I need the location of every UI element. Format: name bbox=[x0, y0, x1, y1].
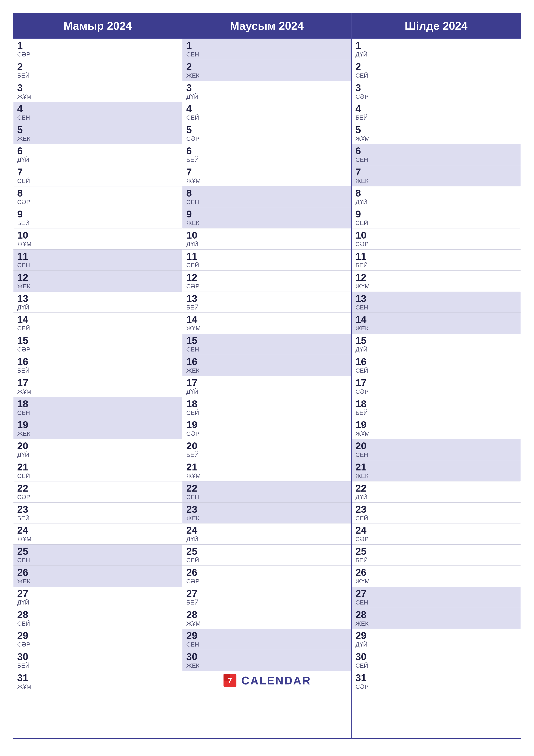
day-info-1-15: 16ЖЕК bbox=[186, 357, 206, 374]
day-row-2-8: 9СЕЙ bbox=[352, 207, 521, 229]
day-row-0-28: 29СӘР bbox=[13, 629, 182, 650]
day-row-1-17: 18СЕЙ bbox=[182, 397, 351, 418]
day-number-1-13: 14 bbox=[186, 314, 206, 324]
day-name-2-11: ЖҰМ bbox=[355, 283, 375, 290]
day-name-0-22: БЕЙ bbox=[17, 515, 37, 522]
day-row-0-29: 30БЕЙ bbox=[13, 650, 182, 671]
day-number-0-27: 28 bbox=[17, 610, 37, 620]
day-row-0-12: 13ДҮЙ bbox=[13, 292, 182, 313]
day-number-1-29: 30 bbox=[186, 652, 206, 662]
day-info-1-8: 9ЖЕК bbox=[186, 209, 206, 227]
days-container-2: 1ДҮЙ2СЕЙ3СӘР4БЕЙ5ЖҰМ6СЕН7ЖЕК8ДҮЙ9СЕЙ10СӘ… bbox=[352, 39, 521, 738]
day-name-0-10: СЕН bbox=[17, 262, 37, 269]
day-info-1-20: 21ЖҰМ bbox=[186, 462, 206, 479]
day-info-0-24: 25СЕН bbox=[17, 546, 37, 564]
day-name-1-5: БЕЙ bbox=[186, 157, 206, 163]
day-row-2-4: 5ЖҰМ bbox=[352, 123, 521, 144]
day-number-2-0: 1 bbox=[355, 40, 375, 50]
day-row-2-2: 3СӘР bbox=[352, 81, 521, 102]
day-number-0-7: 8 bbox=[17, 188, 37, 198]
day-info-2-1: 2СЕЙ bbox=[355, 62, 375, 79]
day-name-1-2: ДҮЙ bbox=[186, 94, 206, 100]
day-row-0-21: 22СӘР bbox=[13, 481, 182, 502]
day-name-1-11: СӘР bbox=[186, 283, 206, 290]
day-info-0-2: 3ЖҰМ bbox=[17, 83, 37, 100]
day-number-1-0: 1 bbox=[186, 40, 206, 50]
day-name-1-18: СӘР bbox=[186, 431, 206, 437]
day-row-1-30: 7CALENDAR bbox=[182, 671, 351, 690]
day-row-2-16: 17СӘР bbox=[352, 376, 521, 397]
day-number-2-21: 22 bbox=[355, 483, 375, 493]
day-row-1-2: 3ДҮЙ bbox=[182, 81, 351, 102]
month-header-0: Мамыр 2024 bbox=[13, 14, 182, 39]
day-info-0-12: 13ДҮЙ bbox=[17, 293, 37, 311]
day-number-2-18: 19 bbox=[355, 420, 375, 430]
day-info-0-23: 24ЖҰМ bbox=[17, 525, 37, 543]
month-header-2: Шілде 2024 bbox=[352, 14, 521, 39]
day-name-1-10: СЕЙ bbox=[186, 262, 206, 269]
day-row-0-23: 24ЖҰМ bbox=[13, 524, 182, 545]
day-info-2-17: 18БЕЙ bbox=[355, 399, 375, 417]
day-number-0-8: 9 bbox=[17, 209, 37, 219]
day-number-2-12: 13 bbox=[355, 293, 375, 304]
day-row-1-27: 28ЖҰМ bbox=[182, 608, 351, 629]
day-row-0-7: 8СӘР bbox=[13, 186, 182, 207]
day-number-2-25: 26 bbox=[355, 567, 375, 577]
day-row-0-14: 15СӘР bbox=[13, 334, 182, 355]
day-info-2-11: 12ЖҰМ bbox=[355, 272, 375, 290]
day-name-2-12: СЕН bbox=[355, 304, 375, 311]
day-number-0-0: 1 bbox=[17, 40, 37, 50]
day-info-1-16: 17ДҮЙ bbox=[186, 378, 206, 395]
days-container-1: 1СЕН2ЖЕК3ДҮЙ4СЕЙ5СӘР6БЕЙ7ЖҰМ8СЕН9ЖЕК10ДҮ… bbox=[182, 39, 351, 738]
day-info-0-20: 21СЕЙ bbox=[17, 462, 37, 479]
day-number-1-18: 19 bbox=[186, 420, 206, 430]
day-row-1-22: 23ЖЕК bbox=[182, 502, 351, 524]
day-number-0-16: 17 bbox=[17, 378, 37, 388]
day-info-0-19: 20ДҮЙ bbox=[17, 441, 37, 458]
day-name-0-12: ДҮЙ bbox=[17, 304, 37, 311]
day-name-0-25: ЖЕК bbox=[17, 578, 37, 585]
day-info-0-27: 28СЕЙ bbox=[17, 610, 37, 627]
day-number-0-30: 31 bbox=[17, 673, 37, 683]
day-row-0-8: 9БЕЙ bbox=[13, 207, 182, 229]
day-number-0-21: 22 bbox=[17, 483, 37, 493]
day-name-0-6: СЕЙ bbox=[17, 178, 37, 184]
day-name-1-21: СЕН bbox=[186, 494, 206, 500]
day-name-1-9: ДҮЙ bbox=[186, 241, 206, 248]
day-number-2-22: 23 bbox=[355, 504, 375, 514]
day-name-0-26: ДҮЙ bbox=[17, 599, 37, 606]
day-row-1-20: 21ЖҰМ bbox=[182, 460, 351, 481]
day-name-2-10: БЕЙ bbox=[355, 262, 375, 269]
day-number-0-19: 20 bbox=[17, 441, 37, 451]
day-info-2-30: 31СӘР bbox=[355, 673, 375, 690]
day-info-1-17: 18СЕЙ bbox=[186, 399, 206, 417]
day-row-1-25: 26СӘР bbox=[182, 566, 351, 587]
day-name-0-15: БЕЙ bbox=[17, 367, 37, 374]
day-row-0-26: 27ДҮЙ bbox=[13, 587, 182, 608]
day-row-2-12: 13СЕН bbox=[352, 292, 521, 313]
day-row-0-11: 12ЖЕК bbox=[13, 271, 182, 292]
day-info-2-24: 25БЕЙ bbox=[355, 546, 375, 564]
day-number-1-16: 17 bbox=[186, 378, 206, 388]
day-row-2-25: 26ЖҰМ bbox=[352, 566, 521, 587]
day-number-2-13: 14 bbox=[355, 314, 375, 324]
day-number-1-3: 4 bbox=[186, 104, 206, 114]
day-number-2-9: 10 bbox=[355, 230, 375, 240]
day-info-2-19: 20СЕН bbox=[355, 441, 375, 458]
day-number-1-26: 27 bbox=[186, 588, 206, 599]
day-info-1-14: 15СЕН bbox=[186, 336, 206, 353]
day-name-1-12: БЕЙ bbox=[186, 304, 206, 311]
day-info-1-2: 3ДҮЙ bbox=[186, 83, 206, 100]
day-row-2-13: 14ЖЕК bbox=[352, 313, 521, 334]
day-number-1-6: 7 bbox=[186, 167, 206, 177]
day-info-1-22: 23ЖЕК bbox=[186, 504, 206, 522]
day-name-1-29: ЖЕК bbox=[186, 662, 206, 669]
day-number-2-3: 4 bbox=[355, 104, 375, 114]
day-row-1-24: 25СЕЙ bbox=[182, 545, 351, 566]
day-number-0-2: 3 bbox=[17, 83, 37, 93]
day-row-0-19: 20ДҮЙ bbox=[13, 439, 182, 460]
day-info-2-2: 3СӘР bbox=[355, 83, 375, 100]
logo-text: CALENDAR bbox=[242, 674, 311, 687]
day-name-2-4: ЖҰМ bbox=[355, 136, 375, 142]
day-number-0-14: 15 bbox=[17, 336, 37, 345]
